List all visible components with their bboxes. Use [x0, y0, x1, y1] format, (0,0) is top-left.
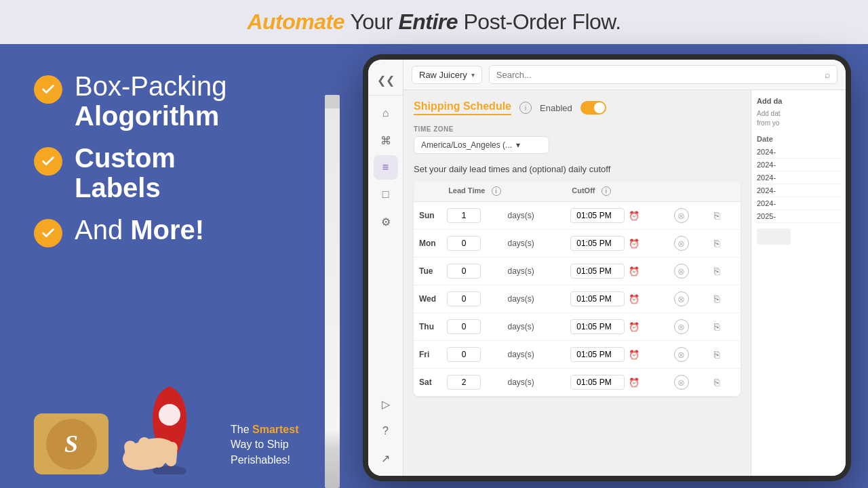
clock-icon[interactable]: ⏰ [629, 350, 639, 360]
sidebar-send-btn[interactable]: ▷ [374, 392, 398, 416]
page-content: Shipping Schedule i Enabled TIME ZONE Am… [403, 90, 846, 476]
remove-button[interactable]: ⊗ [674, 291, 689, 306]
sidebar-share-btn[interactable]: ↗ [374, 446, 398, 470]
banner-automate: Automate [247, 9, 344, 35]
lead-time-input[interactable] [447, 319, 481, 334]
copy-cell: ⎘ [702, 313, 741, 341]
days-label: days(s) [508, 266, 534, 276]
day-cell: Tue [414, 258, 441, 285]
shipping-schedule-info-icon[interactable]: i [519, 102, 532, 114]
table-row: Sun days(s) ⏰ ⊗ ⎘ [414, 202, 741, 230]
feature-list: Box-PackingAlogorithm CustomLabels [34, 71, 319, 247]
sidebar-gear-btn[interactable]: ⚙ [374, 209, 398, 234]
cutoff-info-icon[interactable]: i [601, 186, 611, 196]
feature-item-1: Box-PackingAlogorithm [34, 71, 319, 131]
send-icon: ▷ [382, 398, 390, 411]
copy-cell: ⎘ [702, 258, 741, 285]
copy-button[interactable]: ⎘ [707, 262, 726, 281]
lead-time-input[interactable] [447, 264, 481, 279]
lead-time-input[interactable] [447, 347, 481, 362]
lead-time-info-icon[interactable]: i [492, 186, 501, 196]
clock-icon[interactable]: ⏰ [629, 239, 639, 249]
col-cutoff: CutOff i [565, 181, 702, 202]
copy-button[interactable]: ⎘ [707, 289, 726, 308]
page-title: Shipping Schedule [414, 100, 511, 115]
sidebar-home-btn[interactable]: ⌂ [374, 101, 398, 125]
enabled-toggle[interactable] [580, 101, 606, 115]
schedule-table: Lead Time i CutOff i [414, 181, 741, 396]
share-icon: ↗ [381, 452, 390, 465]
remove-cell: ⊗ [669, 258, 702, 285]
clock-icon[interactable]: ⏰ [629, 266, 639, 277]
timezone-select[interactable]: America/Los_Angeles (... ▾ [414, 136, 549, 154]
remove-button[interactable]: ⊗ [674, 236, 689, 251]
clock-icon[interactable]: ⏰ [629, 211, 639, 221]
cutoff-time-input[interactable] [570, 208, 625, 223]
days-label: days(s) [508, 211, 534, 220]
copy-cell: ⎘ [702, 202, 741, 230]
table-row: Wed days(s) ⏰ ⊗ ⎘ [414, 285, 741, 313]
cutoff-time-input[interactable] [570, 375, 625, 390]
lead-time-input[interactable] [447, 375, 481, 390]
brand-logo: S [34, 413, 108, 474]
cutoff-time-input[interactable] [570, 319, 625, 334]
cutoff-spacer [551, 258, 565, 285]
day-cell: Sat [414, 369, 441, 396]
days-label: days(s) [508, 322, 534, 331]
sidebar-collapse-btn[interactable]: ❮❮ [374, 68, 398, 92]
copy-button[interactable]: ⎘ [707, 206, 726, 225]
cutoff-cell: ⏰ [565, 202, 669, 230]
col-day [414, 181, 441, 202]
remove-cell: ⊗ [669, 341, 702, 369]
copy-cell: ⎘ [702, 341, 741, 369]
cutoff-cell: ⏰ [565, 313, 669, 341]
cutoff-spacer [551, 341, 565, 369]
sidebar-top: ❮❮ [368, 65, 403, 96]
copy-button[interactable]: ⎘ [707, 317, 726, 336]
cutoff-time-input[interactable] [570, 236, 625, 251]
date-item: 2024- [757, 159, 840, 171]
copy-button[interactable]: ⎘ [707, 234, 726, 253]
cutoff-time-input[interactable] [570, 291, 625, 306]
remove-button[interactable]: ⊗ [674, 208, 689, 223]
days-label-cell: days(s) [500, 285, 552, 313]
lead-time-input[interactable] [447, 208, 481, 223]
table-row: Mon days(s) ⏰ ⊗ ⎘ [414, 230, 741, 258]
remove-button[interactable]: ⊗ [674, 375, 689, 390]
remove-button[interactable]: ⊗ [674, 264, 689, 279]
gear-icon: ⚙ [381, 216, 391, 228]
sidebar-help-btn[interactable]: ? [374, 419, 398, 443]
days-label: days(s) [508, 350, 534, 359]
search-input[interactable] [496, 70, 821, 80]
lead-time-input[interactable] [447, 291, 481, 306]
remove-button[interactable]: ⊗ [674, 347, 689, 362]
days-label-cell: days(s) [500, 313, 552, 341]
cutoff-cell: ⏰ [565, 258, 669, 285]
help-icon: ? [382, 425, 389, 437]
cutoff-time-input[interactable] [570, 264, 625, 279]
table-row: Sat days(s) ⏰ ⊗ ⎘ [414, 369, 741, 396]
copy-button[interactable]: ⎘ [707, 373, 726, 392]
days-label-cell: days(s) [500, 202, 552, 230]
clock-icon[interactable]: ⏰ [629, 294, 639, 304]
col-lead-time: Lead Time i [441, 181, 551, 202]
clock-icon[interactable]: ⏰ [629, 378, 639, 388]
sidebar-settings-btn[interactable]: ≡ [374, 155, 398, 180]
store-chevron-icon: ▾ [471, 71, 475, 79]
app-header: Raw Juicery ▾ ⌕ [403, 60, 846, 90]
cutoff-spacer [551, 202, 565, 230]
home-icon: ⌂ [382, 107, 389, 119]
copy-button[interactable]: ⎘ [707, 345, 726, 364]
lead-time-input[interactable] [447, 236, 481, 251]
cutoff-spacer [551, 369, 565, 396]
date-item: 2025- [757, 210, 840, 223]
cutoff-time-input[interactable] [570, 347, 625, 362]
sidebar-orders-btn[interactable]: ⌘ [374, 128, 398, 152]
date-add-button[interactable] [757, 228, 791, 245]
sidebar-camera-btn[interactable]: □ [374, 182, 398, 207]
clock-icon[interactable]: ⏰ [629, 322, 639, 332]
timezone-chevron-icon: ▾ [516, 140, 520, 150]
remove-button[interactable]: ⊗ [674, 319, 689, 334]
side-panel-desc: Add datfrom yo [757, 109, 840, 128]
store-selector[interactable]: Raw Juicery ▾ [412, 66, 482, 84]
